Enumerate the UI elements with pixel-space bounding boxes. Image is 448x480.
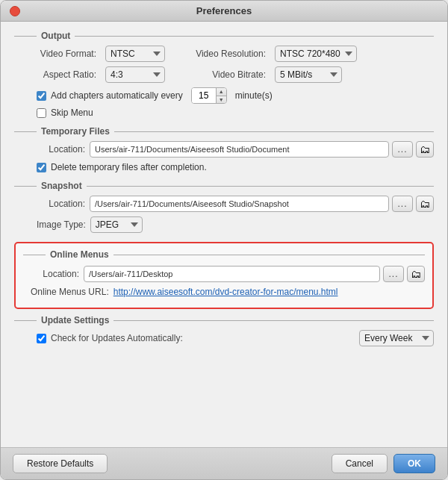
update-settings-label: Update Settings bbox=[41, 315, 109, 325]
video-resolution-label: Video Resolution: bbox=[187, 49, 266, 59]
restore-defaults-button[interactable]: Restore Defaults bbox=[13, 454, 108, 473]
online-menus-folder-btn[interactable]: 🗂 bbox=[407, 266, 425, 282]
snapshot-location-label: Location: bbox=[37, 199, 85, 209]
image-type-label: Image Type: bbox=[37, 219, 86, 230]
skip-menu-row: Skip Menu bbox=[14, 107, 434, 118]
temp-folder-icon: 🗂 bbox=[420, 143, 430, 155]
skip-menu-checkbox[interactable] bbox=[37, 108, 46, 118]
temp-files-label: Temporary Files bbox=[41, 126, 110, 137]
temp-folder-btn[interactable]: 🗂 bbox=[416, 141, 434, 158]
temp-files-section: Temporary Files Location: Users/air-711/… bbox=[14, 126, 434, 176]
temp-files-header: Temporary Files bbox=[14, 126, 434, 137]
online-menus-url-label: Online Menus URL: bbox=[31, 287, 109, 297]
format-resolution-row: Video Format: NTSC PAL Video Resolution:… bbox=[14, 46, 434, 62]
snapshot-location-field: /Users/air-711/Documents/Aiseesoft Studi… bbox=[90, 196, 389, 212]
image-type-row: Image Type: JPEG PNG BMP bbox=[14, 216, 434, 233]
spinbox-up[interactable]: ▲ bbox=[217, 88, 226, 96]
video-resolution-select[interactable]: NTSC 720*480 PAL 720*576 bbox=[275, 46, 357, 62]
video-format-select[interactable]: NTSC PAL bbox=[105, 46, 165, 62]
aspect-ratio-pair: Aspect Ratio: 4:3 16:9 bbox=[37, 66, 165, 83]
delete-temp-checkbox[interactable] bbox=[37, 163, 46, 172]
update-settings-section: Update Settings Check for Updates Automa… bbox=[14, 315, 434, 351]
snapshot-label: Snapshot bbox=[41, 181, 82, 191]
online-menus-location-field: /Users/air-711/Desktop bbox=[84, 266, 380, 282]
video-bitrate-pair: Video Bitrate: 5 MBit/s 8 MBit/s 10 MBit… bbox=[187, 66, 342, 83]
check-updates-checkbox[interactable] bbox=[37, 334, 46, 343]
snapshot-path-row: /Users/air-711/Documents/Aiseesoft Studi… bbox=[90, 196, 434, 212]
video-bitrate-select[interactable]: 5 MBit/s 8 MBit/s 10 MBit/s bbox=[275, 66, 342, 83]
snapshot-header: Snapshot bbox=[14, 181, 434, 191]
online-menus-header-row: Online Menus bbox=[23, 249, 425, 260]
online-menus-folder-icon: 🗂 bbox=[411, 268, 421, 280]
output-section: Output Video Format: NTSC PAL Video Reso… bbox=[14, 31, 434, 122]
chapters-checkbox[interactable] bbox=[37, 91, 46, 101]
snapshot-location-value: /Users/air-711/Documents/Aiseesoft Studi… bbox=[95, 199, 289, 208]
skip-menu-label: Skip Menu bbox=[51, 107, 93, 118]
snapshot-folder-btn[interactable]: 🗂 bbox=[416, 196, 434, 212]
chapters-spinbox: ▲ ▼ bbox=[191, 87, 227, 104]
delete-temp-row: Delete temporary files after completion. bbox=[14, 162, 434, 172]
online-menus-url-link[interactable]: http://www.aiseesoft.com/dvd-creator-for… bbox=[113, 287, 338, 297]
temp-ellipsis-btn[interactable]: ... bbox=[392, 141, 413, 158]
aspect-ratio-select[interactable]: 4:3 16:9 bbox=[105, 66, 165, 83]
check-updates-row: Check for Updates Automatically: Every D… bbox=[14, 330, 434, 346]
temp-location-label: Location: bbox=[37, 144, 85, 155]
online-menus-path-row: /Users/air-711/Desktop ... 🗂 bbox=[84, 266, 425, 282]
chapters-input[interactable] bbox=[192, 88, 216, 103]
video-bitrate-label: Video Bitrate: bbox=[187, 69, 266, 80]
temp-location-value: Users/air-711/Documents/Aiseesoft Studio… bbox=[95, 145, 289, 154]
snapshot-folder-icon: 🗂 bbox=[420, 198, 430, 210]
video-format-pair: Video Format: NTSC PAL bbox=[37, 46, 165, 62]
titlebar: Preferences bbox=[1, 1, 447, 22]
output-section-label: Output bbox=[41, 31, 70, 41]
online-menus-location-label: Location: bbox=[31, 269, 79, 279]
online-menus-ellipsis-btn[interactable]: ... bbox=[383, 266, 404, 282]
online-menus-url-row: Online Menus URL: http://www.aiseesoft.c… bbox=[23, 287, 425, 297]
spinbox-down[interactable]: ▼ bbox=[217, 96, 226, 104]
temp-files-location-row: Location: Users/air-711/Documents/Aisees… bbox=[14, 141, 434, 158]
spinbox-buttons: ▲ ▼ bbox=[216, 88, 226, 103]
aspect-bitrate-row: Aspect Ratio: 4:3 16:9 Video Bitrate: 5 … bbox=[14, 66, 434, 83]
update-settings-header: Update Settings bbox=[14, 315, 434, 325]
close-button[interactable] bbox=[10, 6, 20, 16]
temp-location-field: Users/air-711/Documents/Aiseesoft Studio… bbox=[90, 141, 389, 158]
main-content: Output Video Format: NTSC PAL Video Reso… bbox=[1, 22, 447, 447]
image-type-select[interactable]: JPEG PNG BMP bbox=[90, 216, 143, 233]
temp-path-row: Users/air-711/Documents/Aiseesoft Studio… bbox=[90, 141, 434, 158]
online-menus-header-label: Online Menus bbox=[50, 249, 109, 260]
chapters-unit: minute(s) bbox=[235, 90, 273, 101]
snapshot-ellipsis-btn[interactable]: ... bbox=[392, 196, 413, 212]
delete-temp-label: Delete temporary files after completion. bbox=[51, 162, 207, 172]
snapshot-section: Snapshot Location: /Users/air-711/Docume… bbox=[14, 181, 434, 237]
chapters-label: Add chapters automatically every bbox=[51, 90, 183, 101]
footer: Restore Defaults Cancel OK bbox=[1, 447, 447, 479]
preferences-window: Preferences Output Video Format: NTSC PA… bbox=[0, 0, 448, 480]
check-updates-label: Check for Updates Automatically: bbox=[51, 333, 359, 343]
window-title: Preferences bbox=[196, 5, 252, 16]
video-format-label: Video Format: bbox=[37, 49, 96, 59]
online-menus-location-row: Location: /Users/air-711/Desktop ... 🗂 bbox=[23, 266, 425, 282]
chapters-row: Add chapters automatically every ▲ ▼ min… bbox=[14, 87, 434, 104]
cancel-button[interactable]: Cancel bbox=[332, 454, 388, 473]
update-frequency-select[interactable]: Every Day Every Week Every Month bbox=[359, 330, 434, 346]
ok-button[interactable]: OK bbox=[393, 454, 435, 473]
online-menus-location-value: /Users/air-711/Desktop bbox=[89, 269, 173, 278]
snapshot-location-row: Location: /Users/air-711/Documents/Aisee… bbox=[14, 196, 434, 212]
online-menus-section: Online Menus Location: /Users/air-711/De… bbox=[14, 242, 434, 309]
aspect-ratio-label: Aspect Ratio: bbox=[37, 69, 96, 80]
output-section-header: Output bbox=[14, 31, 434, 41]
footer-right-buttons: Cancel OK bbox=[332, 454, 435, 473]
video-resolution-pair: Video Resolution: NTSC 720*480 PAL 720*5… bbox=[187, 46, 357, 62]
